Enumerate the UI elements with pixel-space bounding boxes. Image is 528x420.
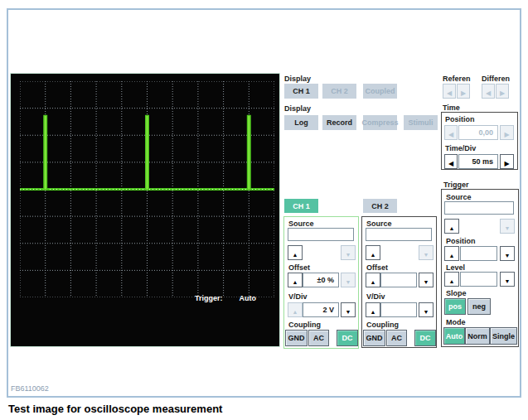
differen-right-arrow-icon [496, 84, 509, 99]
referen-right-arrow-icon [457, 84, 470, 99]
ch1-offset-down-arrow-icon [341, 273, 356, 287]
ch1-coupling-gnd-button[interactable]: GND [285, 330, 308, 346]
ch2-source-up-arrow-icon[interactable] [366, 245, 380, 260]
trigger-mode-single-button[interactable]: Single [490, 327, 517, 345]
trigger-slope-label: Slope [446, 289, 467, 297]
trigger-position-up-arrow-icon[interactable] [444, 246, 459, 261]
trigger-mode-norm-button[interactable]: Norm [465, 327, 490, 345]
ch2-source-down-arrow-icon [419, 245, 434, 260]
ch2-panel: Source Offset V/Div Coupling GND AC DC [361, 216, 437, 348]
caption: Test image for oscilloscope measurement [8, 403, 222, 415]
trigger-status-value: Auto [240, 294, 257, 302]
trigger-status-label: Trigger: [195, 294, 223, 302]
trigger-group-label: Trigger [443, 181, 469, 189]
display-coupled-button: Coupled [363, 84, 397, 99]
trigger-source-down-arrow-icon [500, 219, 515, 234]
display-mode-label: Display [284, 104, 311, 113]
ch1-source-down-arrow-icon [341, 245, 356, 260]
trigger-level-up-arrow-icon[interactable] [444, 272, 459, 287]
time-group-box: Position 0,00 Time/Div 50 ms [441, 112, 518, 170]
ch1-vdiv-up-arrow-icon [288, 302, 303, 317]
tab-ch2[interactable]: CH 2 [363, 199, 397, 213]
time-div-left-arrow-icon[interactable] [444, 154, 458, 169]
tab-ch1[interactable]: CH 1 [284, 199, 318, 213]
trigger-position-label: Position [446, 237, 476, 245]
differen-label: Differen [482, 75, 510, 83]
referen-left-arrow-icon [443, 84, 456, 99]
oscilloscope-screen: Trigger: Auto [10, 73, 280, 347]
ch2-coupling-ac-button[interactable]: AC [386, 330, 407, 346]
time-div-label: Time/Div [445, 144, 476, 152]
ch1-coupling-label: Coupling [288, 321, 321, 329]
display-stimuli-button: Stimuli [404, 115, 438, 130]
ch2-source-field[interactable] [366, 228, 432, 241]
ch2-vdiv-down-arrow-icon[interactable] [419, 302, 434, 317]
trigger-slope-pos-button[interactable]: pos [444, 298, 466, 315]
time-position-value: 0,00 [458, 125, 498, 140]
ch1-offset-up-arrow-icon[interactable] [288, 273, 303, 287]
ch1-vdiv-down-arrow-icon[interactable] [341, 302, 356, 317]
ch1-coupling-ac-button[interactable]: AC [308, 330, 329, 346]
trigger-level-down-arrow-icon[interactable] [500, 272, 515, 287]
ch1-source-field[interactable] [288, 228, 354, 241]
ch1-panel: Source Offset ±0 % V/Div 2 V Coupling GN… [283, 216, 359, 349]
display-channels-label: Display [284, 75, 311, 83]
trigger-mode-auto-button[interactable]: Auto [443, 327, 465, 345]
time-position-right-arrow-icon [500, 125, 514, 140]
ch2-source-label: Source [366, 220, 392, 228]
figure-canvas: Trigger: Auto Display CH 1 CH 2 Coupled … [0, 0, 528, 420]
figure-id: FB6110062 [11, 384, 49, 393]
time-group-label: Time [443, 104, 460, 112]
ch2-vdiv-field[interactable] [380, 302, 417, 317]
trigger-slope-neg-button[interactable]: neg [467, 298, 491, 315]
trigger-mode-label: Mode [446, 318, 466, 326]
ch2-offset-down-arrow-icon[interactable] [419, 273, 434, 287]
trigger-position-down-arrow-icon[interactable] [500, 246, 515, 261]
referen-label: Referen [443, 75, 471, 83]
time-div-value[interactable]: 50 ms [458, 154, 498, 169]
display-log-button[interactable]: Log [284, 115, 318, 130]
ch1-source-up-arrow-icon[interactable] [288, 245, 303, 260]
ch2-coupling-gnd-button[interactable]: GND [363, 330, 385, 346]
ch1-coupling-dc-button[interactable]: DC [337, 330, 358, 346]
time-div-right-arrow-icon[interactable] [500, 154, 514, 169]
trigger-level-field[interactable] [460, 272, 497, 287]
main-panel: Trigger: Auto Display CH 1 CH 2 Coupled … [7, 8, 521, 398]
trigger-source-field[interactable] [444, 201, 514, 215]
time-position-label: Position [445, 115, 475, 123]
scope-grid [20, 81, 274, 297]
display-ch1-button[interactable]: CH 1 [284, 84, 318, 99]
display-ch2-button: CH 2 [322, 84, 356, 99]
display-record-button[interactable]: Record [322, 115, 356, 130]
time-position-left-arrow-icon [444, 125, 458, 140]
trigger-status: Trigger: Auto [195, 294, 274, 302]
ch2-vdiv-label: V/Div [366, 292, 385, 301]
trigger-level-label: Level [446, 263, 465, 272]
ch2-vdiv-up-arrow-icon[interactable] [366, 302, 380, 317]
ch2-offset-label: Offset [366, 263, 388, 272]
trigger-group-box: Source Position Level Slope pos neg Mode… [441, 189, 519, 347]
differen-left-arrow-icon [482, 84, 495, 99]
display-compress-button: Compress [363, 115, 397, 130]
ch1-offset-label: Offset [288, 263, 310, 272]
ch1-offset-field[interactable]: ±0 % [303, 273, 339, 287]
ch1-source-label: Source [288, 220, 314, 228]
ch2-coupling-dc-button[interactable]: DC [414, 330, 436, 346]
ch1-vdiv-field[interactable]: 2 V [303, 302, 339, 317]
ch2-offset-field[interactable] [380, 273, 417, 287]
ch2-coupling-label: Coupling [366, 321, 399, 329]
ch2-offset-up-arrow-icon[interactable] [366, 273, 380, 287]
trigger-position-field[interactable] [460, 246, 497, 261]
trigger-source-label: Source [446, 193, 472, 201]
ch1-vdiv-label: V/Div [288, 292, 308, 301]
trigger-source-up-arrow-icon[interactable] [444, 219, 459, 234]
